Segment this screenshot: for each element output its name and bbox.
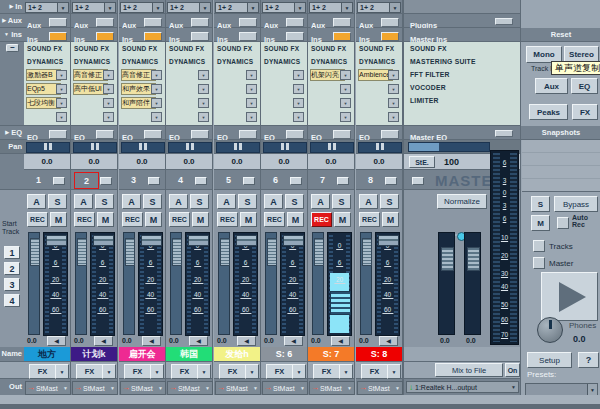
input-routing-select[interactable]: 1+ 2 ▼ [357,2,401,13]
chevron-down-icon[interactable]: ▼ [293,112,304,122]
volume-fader-handle[interactable] [236,235,257,246]
record-button[interactable]: REC [74,212,95,227]
chevron-down-icon[interactable]: ▼ [151,84,162,94]
chevron-down-icon[interactable]: ▼ [56,70,67,80]
mute-button[interactable]: M [240,212,257,227]
chevron-down-icon[interactable]: ▼ [387,364,401,379]
input-routing-select[interactable]: 1+ 2 ▼ [167,2,211,13]
arm-button[interactable]: A [27,194,46,209]
channel-link-button[interactable] [148,177,160,185]
chevron-down-icon[interactable]: ▼ [293,70,304,80]
master-eq-row[interactable]: Master EQ [404,126,521,140]
sound-fx-label[interactable]: SOUND FX [166,42,212,55]
arm-button[interactable]: A [74,194,93,209]
pan-slider[interactable] [358,142,402,153]
channel-name[interactable]: S: 7 [308,347,354,362]
channel-name[interactable]: S: 6 [261,347,307,362]
channel-link-button[interactable] [385,177,397,185]
fx-button[interactable]: FX [29,364,56,379]
pan-slider[interactable] [168,142,212,153]
gain-slider-handle[interactable] [267,238,277,266]
pan-slider[interactable] [26,142,70,153]
output-routing-select[interactable]: → StMast ▼ [357,381,403,395]
peaks-button[interactable]: Peaks [529,104,568,120]
aux-state-button[interactable] [239,18,257,27]
output-device-select[interactable]: ↓ 1:Realtek H...output ▼ [406,381,519,393]
eq-state-button[interactable] [96,130,114,139]
volume-fader[interactable]: 06204060 [327,232,352,336]
channel-number[interactable]: 8 [359,172,382,187]
chevron-down-icon[interactable]: ▼ [152,3,163,12]
chevron-down-icon[interactable]: ▼ [199,3,210,12]
record-button[interactable]: REC [264,212,285,227]
chevron-down-icon[interactable]: ▼ [197,364,211,379]
output-routing-select[interactable]: → StMast ▼ [262,381,308,395]
fx-button[interactable]: FX [219,364,246,379]
in-section-header[interactable]: ▶ In [0,0,24,14]
collapse-ins-button[interactable]: − [6,44,19,52]
channel-number[interactable]: 7 [311,172,334,187]
chevron-down-icon[interactable]: ▼ [55,364,69,379]
speaker-button[interactable]: ◀ [94,336,113,346]
input-routing-select[interactable]: 1+ 2 ▼ [120,2,164,13]
channel-name[interactable]: 计划k [71,347,117,362]
chevron-down-icon[interactable]: ▼ [151,112,162,122]
eq-button[interactable]: EQ [571,78,598,94]
auto-rec-checkbox[interactable] [557,217,569,229]
record-button[interactable]: REC [27,212,48,227]
gain-slider-handle[interactable] [220,238,230,266]
fx-button[interactable]: FX [124,364,151,379]
eq-state-button[interactable] [144,130,162,139]
input-routing-select[interactable]: 1+ 2 ▼ [309,2,353,13]
channel-link-button[interactable] [243,177,255,185]
master-fader-right-handle[interactable] [467,247,480,271]
arm-button[interactable]: A [359,194,378,209]
ins-state-button[interactable] [239,32,257,41]
arm-button[interactable]: A [169,194,188,209]
channel-name[interactable]: S: 8 [356,347,402,362]
channel-link-button[interactable] [53,177,65,185]
speaker-button[interactable]: ◀ [47,336,66,346]
pan-handle[interactable] [91,143,99,150]
chevron-down-icon[interactable]: ▼ [293,84,304,94]
master-checkbox[interactable] [533,257,545,269]
output-routing-select[interactable]: → StMast ▼ [215,381,261,395]
chevron-down-icon[interactable]: ▼ [388,84,399,94]
output-routing-select[interactable]: → StMast ▼ [72,381,118,395]
output-routing-select[interactable]: → StMast ▼ [167,381,213,395]
solo-button[interactable]: S [95,194,114,209]
volume-fader-handle[interactable] [330,291,351,315]
start-track-button-1[interactable]: 1 [4,246,20,259]
pan-handle[interactable] [328,143,336,150]
mix-on-button[interactable]: On [505,363,520,377]
aux-state-button[interactable] [96,18,114,27]
gain-slider-handle[interactable] [362,238,372,266]
record-button[interactable]: REC [359,212,380,227]
chevron-down-icon[interactable]: ▼ [339,364,353,379]
plugins-state-button[interactable] [495,18,513,25]
eq-state-button[interactable] [49,130,67,139]
volume-fader[interactable]: 06204060 [280,232,305,336]
mute-button[interactable]: M [97,212,114,227]
chevron-down-icon[interactable]: ▼ [103,70,114,80]
chevron-down-icon[interactable]: ▼ [292,364,306,379]
mute-button[interactable]: M [145,212,162,227]
channel-name[interactable]: 地方 [24,347,70,362]
mute-button[interactable]: M [382,212,399,227]
mute-button[interactable]: M [192,212,209,227]
channel-link-button[interactable] [100,177,112,185]
gain-slider[interactable] [312,232,324,335]
volume-fader[interactable]: 06204060 [233,232,258,336]
pan-handle[interactable] [186,143,194,150]
bypass-button[interactable]: Bypass [554,196,598,212]
chevron-down-icon[interactable]: ▼ [104,3,115,12]
fx-button[interactable]: FX [266,364,293,379]
chevron-down-icon[interactable]: ▼ [388,98,399,108]
master-fx-item[interactable]: FFT FILTER [404,68,521,81]
start-track-button-3[interactable]: 3 [4,278,20,291]
input-routing-select[interactable]: 1+ 2 ▼ [72,2,116,13]
stereo-width-slider[interactable] [408,142,490,152]
chevron-down-icon[interactable]: ▼ [246,98,257,108]
start-track-button-2[interactable]: 2 [4,262,20,275]
gain-slider[interactable] [28,232,40,335]
